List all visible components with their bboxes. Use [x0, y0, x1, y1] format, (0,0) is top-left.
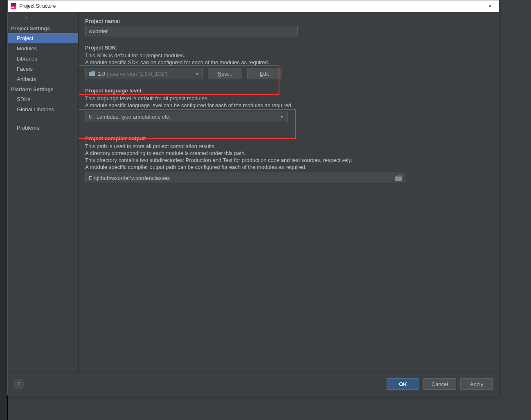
- sidebar-item-sdks[interactable]: SDKs: [8, 94, 78, 104]
- project-sdk-desc2: A module specific SDK can be configured …: [85, 59, 492, 65]
- chevron-down-icon: ▼: [195, 72, 199, 76]
- background-editor: [0, 0, 8, 420]
- help-button[interactable]: ?: [14, 379, 24, 389]
- language-level-desc2: A module specific language level can be …: [85, 102, 492, 108]
- titlebar: Project Structure ×: [8, 0, 499, 12]
- compiler-output-value: E:\github\wxorder\wxorder\classes: [89, 175, 170, 181]
- sidebar-item-modules[interactable]: Modules: [8, 43, 78, 54]
- sidebar-item-global-libraries[interactable]: Global Libraries: [8, 104, 78, 115]
- window-title: Project Structure: [19, 3, 484, 9]
- project-name-input[interactable]: wxorder: [85, 26, 298, 36]
- browse-folder-icon[interactable]: [395, 175, 402, 182]
- chevron-down-icon: ▼: [280, 115, 284, 119]
- sidebar-section-project-settings: Project Settings: [8, 23, 78, 33]
- folder-icon: [89, 71, 95, 76]
- sidebar: ← → Project Settings Project Modules Lib…: [8, 12, 79, 373]
- forward-arrow-icon[interactable]: →: [22, 14, 28, 21]
- svg-rect-3: [89, 72, 95, 76]
- sidebar-section-platform-settings: Platform Settings: [8, 84, 78, 94]
- app-icon: [10, 3, 17, 9]
- nav-arrows: ← →: [8, 12, 78, 23]
- language-level-combo[interactable]: 8 - Lambdas, type annotations etc. ▼: [85, 111, 288, 122]
- compiler-output-desc1: This path is used to store all project c…: [85, 143, 492, 149]
- close-icon[interactable]: ×: [484, 2, 496, 10]
- compiler-output-desc3: This directory contains two subdirectori…: [85, 157, 492, 163]
- project-sdk-combo[interactable]: 1.8 (java version "1.8.0_131") ▼: [85, 68, 203, 79]
- svg-rect-2: [11, 7, 14, 8]
- back-arrow-icon[interactable]: ←: [11, 14, 17, 21]
- svg-rect-4: [395, 177, 402, 181]
- sidebar-item-project[interactable]: Project: [8, 33, 78, 43]
- project-structure-dialog: Project Structure × ← → Project Settings…: [7, 0, 499, 395]
- dialog-footer: ? OK Cancel Apply: [8, 373, 499, 395]
- project-sdk-label: Project SDK:: [85, 45, 492, 51]
- compiler-output-desc2: A directory corresponding to each module…: [85, 150, 492, 156]
- svg-rect-1: [11, 3, 16, 6]
- sdk-value-main: 1.8: [98, 71, 105, 77]
- edit-sdk-button[interactable]: Edit: [247, 68, 281, 79]
- compiler-output-input[interactable]: E:\github\wxorder\wxorder\classes: [85, 173, 405, 183]
- sdk-value-dim: (java version "1.8.0_131"): [107, 71, 168, 77]
- sidebar-item-problems[interactable]: Problems: [8, 123, 78, 133]
- project-sdk-desc1: This SDK is default for all project modu…: [85, 52, 492, 58]
- compiler-output-desc4: A module specific compiler output path c…: [85, 164, 492, 170]
- language-level-desc1: This language level is default for all p…: [85, 95, 492, 101]
- language-level-label: Project language level:: [85, 88, 492, 94]
- sidebar-item-libraries[interactable]: Libraries: [8, 54, 78, 64]
- compiler-output-label: Project compiler output:: [85, 135, 492, 141]
- cancel-button[interactable]: Cancel: [423, 378, 456, 390]
- sidebar-item-facets[interactable]: Facets: [8, 64, 78, 74]
- project-name-value: wxorder: [89, 28, 108, 34]
- content-panel: Project name: wxorder Project SDK: This …: [79, 12, 499, 373]
- apply-button[interactable]: Apply: [460, 378, 493, 390]
- project-name-label: Project name:: [85, 18, 492, 24]
- language-level-value: 8 - Lambdas, type annotations etc.: [89, 114, 170, 120]
- sidebar-item-artifacts[interactable]: Artifacts: [8, 74, 78, 84]
- new-sdk-button[interactable]: New...: [208, 68, 242, 79]
- ok-button[interactable]: OK: [387, 378, 419, 390]
